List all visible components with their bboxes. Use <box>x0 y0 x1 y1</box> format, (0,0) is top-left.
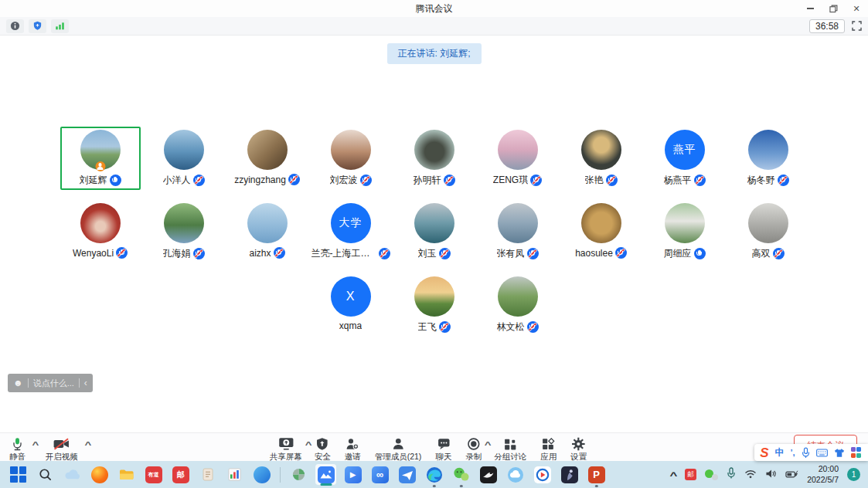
emoji-icon[interactable]: ☻ <box>13 378 23 388</box>
toolbar-center-4-button[interactable]: 聊天 <box>435 436 451 463</box>
tray-expand-icon[interactable]: ^ <box>670 470 678 481</box>
tray-volume-icon[interactable] <box>765 468 777 482</box>
participant-name: 杨冬野 <box>747 174 775 187</box>
notification-badge[interactable]: 1 <box>847 468 860 481</box>
participant-tile[interactable]: 张有凤 <box>478 200 558 263</box>
blue-app-icon[interactable] <box>251 464 272 485</box>
tray-battery-icon[interactable] <box>785 468 798 482</box>
mic-muted-icon <box>193 175 205 186</box>
tray-mail-icon[interactable]: 邮 <box>685 469 696 480</box>
participant-name-row: 孔海娟 <box>163 247 205 260</box>
security-shield-icon[interactable] <box>29 19 46 33</box>
search-button[interactable] <box>35 464 56 485</box>
toolbar-center-2-button[interactable]: 邀请 <box>345 436 361 463</box>
clock-date: 2022/5/7 <box>807 475 839 485</box>
toolbar-left-1-button[interactable]: 开启视频 <box>46 436 78 463</box>
video-player-icon[interactable]: ▶ <box>342 464 363 485</box>
youdao-app-icon[interactable]: 有道 <box>143 464 164 485</box>
youku-icon[interactable] <box>532 464 553 485</box>
share-screen-icon <box>278 436 294 451</box>
start-button[interactable] <box>8 464 29 485</box>
participant-tile[interactable]: ZENG琪 <box>478 127 558 190</box>
mic-muted-icon <box>288 174 300 185</box>
mail-app-icon[interactable]: 邮 <box>170 464 191 485</box>
restore-button[interactable] <box>828 3 839 14</box>
bird-app-icon[interactable] <box>478 464 499 485</box>
ime-punctuation-toggle[interactable]: ’, <box>790 448 795 457</box>
fullscreen-icon[interactable] <box>852 21 862 31</box>
participant-tile[interactable]: haosulee <box>561 200 642 263</box>
ime-skin-icon[interactable] <box>834 448 845 458</box>
chat-input[interactable]: ☻ 说点什么... ‹ <box>8 374 93 392</box>
participant-tile[interactable]: 林文松 <box>478 273 558 337</box>
meeting-info-icon[interactable] <box>6 19 24 33</box>
file-manager-icon[interactable] <box>116 464 137 485</box>
participant-tile[interactable]: WenyaoLi <box>60 200 141 263</box>
toolbar-center-0-button[interactable]: 共享屏幕 <box>270 436 302 463</box>
participant-tile[interactable]: 王飞 <box>394 273 475 337</box>
notes-app-icon[interactable] <box>197 464 218 485</box>
pinwheel-app-icon[interactable] <box>288 464 309 485</box>
participant-tile[interactable]: 刘宏波 <box>311 127 391 190</box>
collapse-chat-icon[interactable]: ‹ <box>84 378 87 388</box>
participant-name: 张艳 <box>585 174 604 187</box>
tray-wechat-icon[interactable] <box>705 469 718 480</box>
cloud-app-icon[interactable] <box>62 464 83 485</box>
close-button[interactable]: ✕ <box>851 3 862 14</box>
participant-tile[interactable]: 周细应 <box>645 200 725 263</box>
participant-tile[interactable]: 高双 <box>728 200 808 263</box>
participant-tile[interactable]: 孙明轩 <box>394 127 475 190</box>
participant-tile[interactable]: zzyingzhang <box>227 127 308 190</box>
chevron-up-icon[interactable]: ^ <box>32 441 39 449</box>
taskbar-clock[interactable]: 20:00 2022/5/7 <box>807 464 839 484</box>
tray-wifi-icon[interactable] <box>744 468 757 482</box>
firefox-icon[interactable] <box>89 464 110 485</box>
participant-name-row: 杨燕平 <box>664 174 706 187</box>
tray-microphone-icon[interactable] <box>727 467 736 483</box>
network-signal-icon[interactable] <box>51 19 69 33</box>
edge-browser-icon[interactable] <box>424 464 444 485</box>
participant-tile[interactable]: 刘玉 <box>394 200 475 263</box>
participant-tile[interactable]: aizhx <box>227 200 308 263</box>
wechat-icon[interactable] <box>451 464 471 485</box>
toolbar-center-5-button[interactable]: 录制 <box>465 436 482 463</box>
sogou-ime-bar: S 中 ’, <box>754 444 868 461</box>
participant-tile[interactable]: Xxqma <box>311 273 391 337</box>
participant-tile[interactable]: 张艳 <box>561 127 642 190</box>
toolbar-center-3-button[interactable]: 管理成员(21) <box>375 436 422 463</box>
participant-name-row: 张艳 <box>585 174 618 187</box>
ime-keyboard-icon[interactable] <box>816 449 828 457</box>
youku-icon-art <box>534 466 551 483</box>
avatar: X <box>331 276 371 317</box>
stocks-app-icon[interactable] <box>224 464 245 485</box>
participant-tile[interactable]: 燕平杨燕平 <box>645 127 725 190</box>
toolbar-center-6-button[interactable]: 分组讨论 <box>494 436 526 463</box>
ime-menu-icon[interactable] <box>851 447 861 457</box>
sogou-logo-icon[interactable]: S <box>760 446 768 459</box>
plane-app-icon[interactable] <box>397 464 417 485</box>
link-app-icon[interactable]: ∞ <box>369 464 390 485</box>
participant-tile[interactable]: 大学兰亮-上海工程技... <box>311 200 391 263</box>
participant-tile[interactable]: 杨冬野 <box>728 127 808 190</box>
ime-language-toggle[interactable]: 中 <box>774 446 784 459</box>
figure-app-icon[interactable] <box>559 464 580 485</box>
toolbar-left-0-button[interactable]: 静音 <box>9 436 26 463</box>
cloud-browser-icon[interactable] <box>505 464 526 485</box>
participant-tile[interactable]: 孔海娟 <box>144 200 224 263</box>
cloud-app-icon-art <box>64 469 80 480</box>
status-icons <box>6 19 69 33</box>
participant-tile[interactable]: 小洋人 <box>144 127 224 190</box>
chevron-up-icon[interactable]: ^ <box>84 441 91 449</box>
chevron-up-icon[interactable]: ^ <box>305 441 311 449</box>
toolbar-center-8-button[interactable]: 设置 <box>570 436 587 463</box>
tencent-meeting-icon[interactable] <box>315 464 336 485</box>
chevron-up-icon[interactable]: ^ <box>485 441 492 449</box>
toolbar-center-7-button[interactable]: 应用 <box>540 436 557 463</box>
toolbar-center-1-button[interactable]: 安全 <box>315 436 331 463</box>
file-manager-icon-art <box>119 469 134 481</box>
participant-name-row: zzyingzhang <box>234 174 300 185</box>
ime-voice-icon[interactable] <box>802 447 810 459</box>
powerpoint-icon[interactable]: P <box>586 464 607 485</box>
minimize-button[interactable] <box>805 3 815 14</box>
participant-tile[interactable]: 刘延辉 <box>60 127 141 190</box>
